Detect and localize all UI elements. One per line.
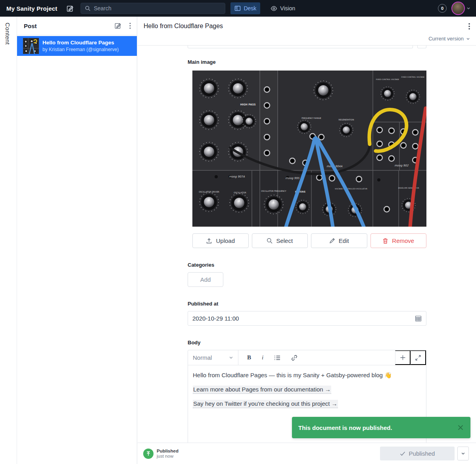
vision-label: Vision bbox=[280, 5, 295, 11]
main-image-photo[interactable]: HIGH PASS FREQUENCY RANGE REGENERATION F… bbox=[192, 71, 426, 227]
chevron-down-icon bbox=[461, 451, 465, 456]
content-rail-label[interactable]: Content bbox=[4, 23, 11, 45]
project-title: My Sanity Project bbox=[6, 5, 57, 12]
expand-icon bbox=[415, 355, 421, 361]
trash-icon bbox=[382, 238, 388, 244]
document-list: Hello from Cloudflare Pages by Kristian … bbox=[17, 36, 137, 56]
style-select[interactable]: Normal bbox=[188, 350, 238, 365]
edit-label: Edit bbox=[339, 237, 349, 244]
svg-text:FIXED CONTROL VOLTAGE: FIXED CONTROL VOLTAGE bbox=[401, 76, 424, 78]
clipped-field bbox=[188, 46, 426, 48]
document-menu-button[interactable] bbox=[468, 22, 471, 31]
pane-header: Post bbox=[17, 17, 137, 35]
editor-toolbar: Normal B i bbox=[188, 350, 426, 365]
insert-block-button[interactable] bbox=[395, 350, 411, 365]
calendar-icon[interactable] bbox=[415, 315, 422, 322]
list-item-thumbnail bbox=[23, 38, 39, 54]
body-link[interactable]: Say hey on Twitter if you're checking ou… bbox=[193, 400, 338, 408]
italic-button[interactable]: i bbox=[262, 354, 263, 361]
desk-icon bbox=[234, 5, 241, 11]
document-form: Main image bbox=[188, 46, 426, 443]
published-at-label: Published at bbox=[188, 301, 426, 307]
published-at-input[interactable] bbox=[192, 315, 415, 322]
svg-text:REGENERATION: REGENERATION bbox=[338, 118, 354, 121]
tab-desk[interactable]: Desk bbox=[230, 2, 260, 14]
publish-status-icon bbox=[143, 449, 154, 459]
compose-button[interactable] bbox=[64, 3, 75, 14]
clipped-input[interactable] bbox=[188, 46, 413, 48]
link-button[interactable] bbox=[291, 355, 298, 361]
svg-text:OSCILLATOR FREQUENCY: OSCILLATOR FREQUENCY bbox=[261, 190, 286, 192]
main-image-label: Main image bbox=[188, 59, 426, 65]
search-icon bbox=[85, 6, 90, 11]
avatar-chevron-down-icon[interactable] bbox=[466, 6, 470, 10]
pane-title: Post bbox=[24, 23, 37, 29]
avatar[interactable] bbox=[451, 2, 465, 15]
bullet-list-button[interactable] bbox=[274, 355, 280, 361]
chevron-down-icon bbox=[229, 355, 233, 360]
list-item[interactable]: Hello from Cloudflare Pages by Kristian … bbox=[17, 36, 137, 56]
svg-text:OSCILLATOR DRIVER: OSCILLATOR DRIVER bbox=[199, 191, 219, 193]
add-category-button[interactable]: Add bbox=[188, 272, 223, 287]
svg-text:moog 995: moog 995 bbox=[285, 177, 299, 180]
desk-label: Desk bbox=[244, 5, 256, 11]
kebab-menu-icon bbox=[468, 23, 470, 30]
document-header: Hello from Cloudflare Pages Current vers… bbox=[138, 17, 476, 46]
toast-message: This document is now published. bbox=[298, 424, 392, 431]
svg-text:FREQUENCY RANGE: FREQUENCY RANGE bbox=[301, 117, 321, 119]
body-label: Body bbox=[188, 340, 426, 346]
publish-status-label: Published bbox=[157, 449, 178, 453]
editor-content[interactable]: Hello from Cloudflare Pages — this is my… bbox=[188, 365, 426, 420]
publish-button-label: Published bbox=[409, 450, 435, 457]
navbar-right: 0 bbox=[438, 2, 470, 15]
select-button[interactable]: Select bbox=[252, 233, 308, 248]
publish-status-time: just now bbox=[157, 454, 178, 458]
svg-text:HIGH PASS: HIGH PASS bbox=[240, 103, 255, 106]
body-link[interactable]: Learn more about Pages from our document… bbox=[193, 386, 331, 394]
document-form-scroll[interactable]: Main image bbox=[138, 46, 476, 443]
link-icon bbox=[291, 355, 298, 361]
top-navbar: My Sanity Project bbox=[0, 0, 476, 17]
svg-text:moog 902: moog 902 bbox=[394, 164, 409, 167]
compose-icon bbox=[66, 5, 74, 12]
check-icon bbox=[400, 451, 405, 456]
content-rail: Content bbox=[0, 17, 17, 464]
remove-button[interactable]: Remove bbox=[370, 233, 427, 248]
vision-icon bbox=[271, 5, 277, 12]
list-item-title: Hello from Cloudflare Pages bbox=[42, 40, 119, 46]
publish-button[interactable]: Published bbox=[380, 447, 455, 460]
search-bar[interactable] bbox=[81, 3, 225, 14]
body-paragraph[interactable]: Hello from Cloudflare Pages — this is my… bbox=[193, 371, 421, 379]
bullet-list-icon bbox=[274, 355, 280, 361]
clipped-input-button[interactable] bbox=[417, 46, 426, 48]
select-label: Select bbox=[276, 237, 293, 244]
pane-menu-button[interactable] bbox=[129, 22, 132, 30]
style-select-value: Normal bbox=[193, 354, 212, 361]
upload-button[interactable]: Upload bbox=[192, 233, 249, 248]
chevron-down-icon bbox=[466, 37, 470, 41]
remove-label: Remove bbox=[392, 237, 414, 244]
list-item-subtitle: by Kristian Freeman (@signalnerve) bbox=[42, 47, 119, 52]
toast-notification: This document is now published. bbox=[292, 417, 470, 438]
publish-status: Published just now bbox=[157, 449, 178, 458]
kebab-menu-icon bbox=[129, 23, 131, 29]
plus-icon bbox=[400, 355, 406, 361]
svg-text:FIXED CONTROL VOLTAGE: FIXED CONTROL VOLTAGE bbox=[376, 78, 399, 80]
close-icon bbox=[457, 424, 464, 431]
version-selector[interactable]: Current version bbox=[428, 36, 470, 42]
document-pane: Hello from Cloudflare Pages Current vers… bbox=[138, 17, 476, 464]
bold-button[interactable]: B bbox=[247, 354, 251, 361]
search-input[interactable] bbox=[94, 5, 221, 11]
search-icon bbox=[267, 238, 273, 244]
fullscreen-button[interactable] bbox=[411, 350, 426, 365]
version-label: Current version bbox=[428, 36, 464, 42]
tab-vision[interactable]: Vision bbox=[267, 2, 299, 14]
notification-badge[interactable]: 0 bbox=[438, 4, 447, 13]
pencil-icon bbox=[329, 238, 335, 244]
publish-menu-button[interactable] bbox=[457, 447, 469, 460]
toast-close-button[interactable] bbox=[457, 424, 464, 431]
new-document-button[interactable] bbox=[113, 21, 122, 30]
published-at-field bbox=[188, 311, 426, 326]
categories-label: Categories bbox=[188, 262, 426, 268]
edit-button[interactable]: Edit bbox=[311, 233, 367, 248]
